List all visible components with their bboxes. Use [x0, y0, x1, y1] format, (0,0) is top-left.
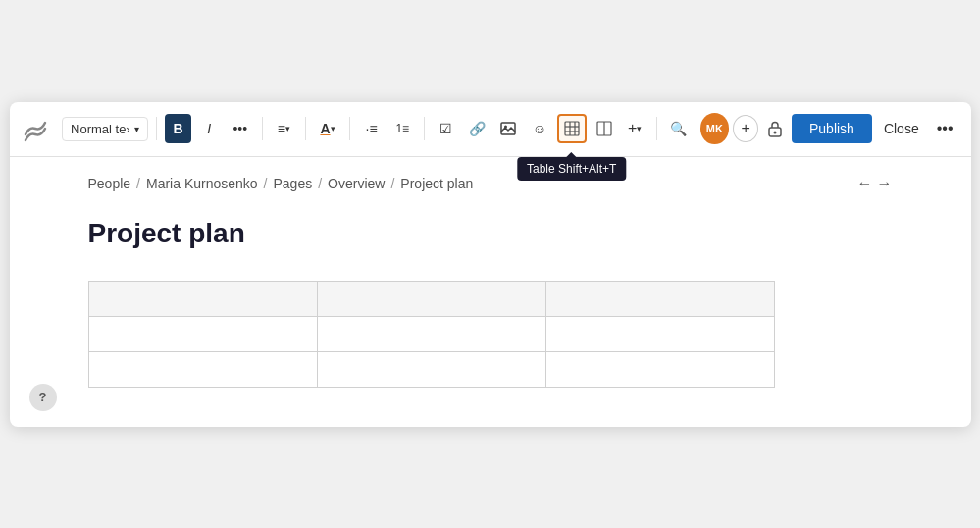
breadcrumb-project-plan[interactable]: Project plan	[400, 176, 473, 191]
search-button[interactable]: 🔍	[665, 114, 693, 143]
breadcrumb-pages[interactable]: Pages	[274, 176, 313, 191]
main-window: Normal te› ▾ B I ••• ≡ ▾ A ▾	[10, 102, 971, 427]
more-options-button[interactable]: •••	[931, 116, 959, 141]
divider	[424, 117, 425, 140]
bullet-list-button[interactable]: ∙≡	[358, 114, 386, 143]
table-cell[interactable]	[88, 351, 317, 387]
table-row	[88, 351, 774, 387]
divider	[262, 117, 263, 140]
breadcrumb-sep: /	[318, 176, 322, 191]
bold-button[interactable]: B	[165, 114, 192, 143]
divider	[349, 117, 350, 140]
user-avatar-button[interactable]: MK	[700, 113, 730, 144]
publish-button[interactable]: Publish	[792, 114, 872, 143]
text-color-button[interactable]: A ▾	[314, 114, 341, 143]
content-table	[88, 281, 775, 388]
italic-button[interactable]: I	[195, 114, 223, 143]
nav-arrows: ← →	[857, 175, 893, 192]
table-cell[interactable]	[317, 351, 545, 387]
app-logo	[22, 113, 51, 144]
svg-rect-2	[565, 122, 579, 135]
close-button[interactable]: Close	[876, 115, 927, 142]
chevron-down-icon: ▾	[134, 124, 139, 134]
table-cell[interactable]	[88, 316, 317, 351]
columns-button[interactable]	[591, 114, 618, 143]
lock-button[interactable]	[762, 115, 788, 142]
table-row	[88, 281, 774, 316]
task-button[interactable]: ☑	[433, 114, 460, 143]
numbered-list-button[interactable]: 1≡	[388, 114, 416, 143]
more-formatting-button[interactable]: •••	[227, 114, 254, 143]
chevron-down-icon: ▾	[331, 124, 335, 133]
table-cell[interactable]	[317, 316, 545, 351]
help-button[interactable]: ?	[29, 384, 57, 411]
add-collaborator-button[interactable]: +	[733, 115, 758, 142]
chevron-down-icon: ▾	[285, 124, 290, 133]
emoji-button[interactable]: ☺	[526, 114, 553, 143]
svg-point-10	[774, 132, 777, 134]
page-title: Project plan	[88, 218, 893, 249]
insert-button[interactable]: + ▾	[621, 114, 648, 143]
breadcrumb-sep: /	[264, 176, 268, 191]
breadcrumb: People / Maria Kurnosenko / Pages / Over…	[88, 176, 474, 191]
breadcrumb-bar: People / Maria Kurnosenko / Pages / Over…	[10, 157, 971, 202]
toolbar: Normal te› ▾ B I ••• ≡ ▾ A ▾	[10, 102, 971, 157]
table-cell[interactable]	[88, 281, 317, 316]
table-button[interactable]	[557, 114, 587, 143]
breadcrumb-people[interactable]: People	[88, 176, 131, 191]
nav-left-button[interactable]: ←	[857, 175, 873, 192]
table-cell[interactable]	[545, 316, 774, 351]
chevron-down-icon: ▾	[637, 124, 642, 133]
align-button[interactable]: ≡ ▾	[271, 114, 298, 143]
text-style-dropdown[interactable]: Normal te› ▾	[62, 117, 148, 141]
link-button[interactable]: 🔗	[464, 114, 491, 143]
divider	[656, 117, 657, 140]
breadcrumb-sep: /	[390, 176, 394, 191]
image-button[interactable]	[494, 114, 522, 143]
breadcrumb-maria[interactable]: Maria Kurnosenko	[146, 176, 258, 191]
divider	[156, 117, 157, 140]
table-cell[interactable]	[545, 351, 774, 387]
divider	[305, 117, 306, 140]
table-button-container: Table Shift+Alt+T	[557, 114, 587, 143]
table-row	[88, 316, 774, 351]
table-cell[interactable]	[317, 281, 545, 316]
nav-right-button[interactable]: →	[877, 175, 893, 192]
page-content: Project plan	[10, 202, 971, 427]
breadcrumb-sep: /	[136, 176, 140, 191]
table-cell[interactable]	[545, 281, 774, 316]
table-wrapper	[88, 281, 775, 388]
breadcrumb-overview[interactable]: Overview	[328, 176, 385, 191]
